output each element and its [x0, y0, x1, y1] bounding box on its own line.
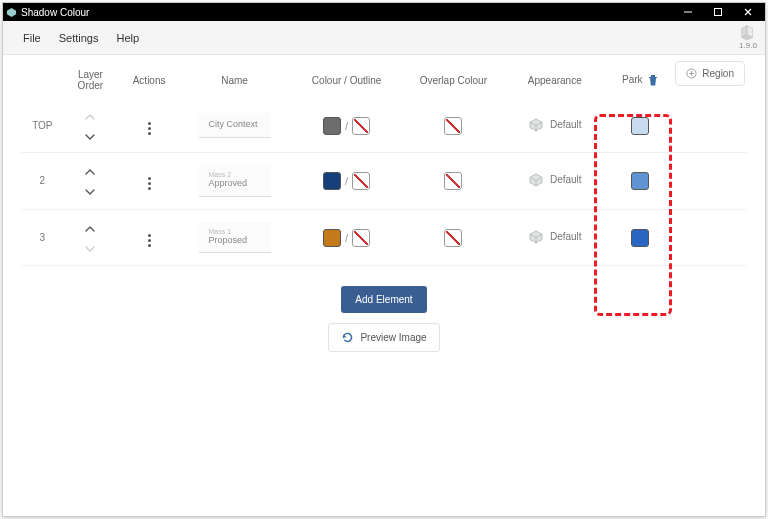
name-input[interactable]: City Context — [199, 113, 271, 138]
col-park: Park — [608, 61, 672, 99]
colour-swatch-none[interactable] — [352, 172, 370, 190]
app-window: Shadow Colour File Settings Help — [2, 2, 766, 517]
region-button[interactable]: Region — [675, 61, 745, 86]
menu-file[interactable]: File — [23, 32, 41, 44]
refresh-icon — [341, 331, 354, 344]
colour-swatch[interactable] — [631, 117, 649, 135]
version-label: 1.9.0 — [739, 41, 757, 50]
menubar: File Settings Help 1.9.0 — [3, 21, 765, 55]
table-row: 3Mass 1Proposed/Default — [21, 209, 747, 266]
move-up-button[interactable] — [85, 169, 95, 175]
cube-icon — [528, 229, 544, 245]
colour-swatch[interactable] — [323, 229, 341, 247]
plus-circle-icon — [686, 68, 697, 79]
row-index: 2 — [21, 153, 64, 210]
col-appearance: Appearance — [501, 61, 608, 99]
row-actions-menu[interactable] — [148, 122, 151, 135]
move-down-button[interactable] — [85, 189, 95, 195]
col-actions: Actions — [117, 61, 181, 99]
row-actions-menu[interactable] — [148, 177, 151, 190]
titlebar: Shadow Colour — [3, 3, 765, 21]
menu-settings[interactable]: Settings — [59, 32, 99, 44]
maximize-button[interactable] — [703, 3, 733, 21]
name-input[interactable]: Mass 2Approved — [199, 165, 271, 197]
content-area: Region Layer Order Actions Name Colour /… — [3, 55, 765, 516]
colour-swatch[interactable] — [631, 229, 649, 247]
row-index: TOP — [21, 99, 64, 153]
cube-icon — [528, 172, 544, 188]
appearance-select[interactable]: Default — [528, 172, 582, 188]
preview-image-button[interactable]: Preview Image — [328, 323, 439, 352]
name-input[interactable]: Mass 1Proposed — [199, 222, 271, 254]
colour-swatch[interactable] — [631, 172, 649, 190]
move-down-button — [85, 246, 95, 252]
appearance-select[interactable]: Default — [528, 229, 582, 245]
colour-swatch[interactable] — [323, 172, 341, 190]
preview-image-label: Preview Image — [360, 332, 426, 343]
window-title: Shadow Colour — [21, 7, 673, 18]
colour-swatch-none[interactable] — [352, 229, 370, 247]
appearance-select[interactable]: Default — [528, 117, 582, 133]
colour-swatch-none[interactable] — [444, 172, 462, 190]
colour-swatch-none[interactable] — [444, 229, 462, 247]
table-row: TOPCity Context/Default — [21, 99, 747, 153]
add-element-label: Add Element — [355, 294, 412, 305]
colour-swatch[interactable] — [323, 117, 341, 135]
app-icon — [5, 6, 17, 18]
move-down-button[interactable] — [85, 134, 95, 140]
row-index: 3 — [21, 209, 64, 266]
trash-icon[interactable] — [648, 75, 658, 86]
menu-help[interactable]: Help — [116, 32, 139, 44]
colour-swatch-none[interactable] — [352, 117, 370, 135]
svg-rect-0 — [715, 9, 722, 16]
col-colour-outline: Colour / Outline — [288, 61, 405, 99]
version-badge: 1.9.0 — [737, 23, 759, 50]
close-button[interactable] — [733, 3, 763, 21]
add-element-button[interactable]: Add Element — [341, 286, 426, 313]
table-row: 2Mass 2Approved/Default — [21, 153, 747, 210]
move-up-button — [85, 114, 95, 120]
row-actions-menu[interactable] — [148, 234, 151, 247]
move-up-button[interactable] — [85, 226, 95, 232]
colour-swatch-none[interactable] — [444, 117, 462, 135]
layers-table: Layer Order Actions Name Colour / Outlin… — [21, 61, 747, 266]
col-overlap-colour: Overlap Colour — [405, 61, 501, 99]
logo-icon — [737, 23, 759, 41]
region-button-label: Region — [702, 68, 734, 79]
col-layer-order: Layer Order — [64, 61, 117, 99]
col-name: Name — [181, 61, 288, 99]
cube-icon — [528, 117, 544, 133]
minimize-button[interactable] — [673, 3, 703, 21]
